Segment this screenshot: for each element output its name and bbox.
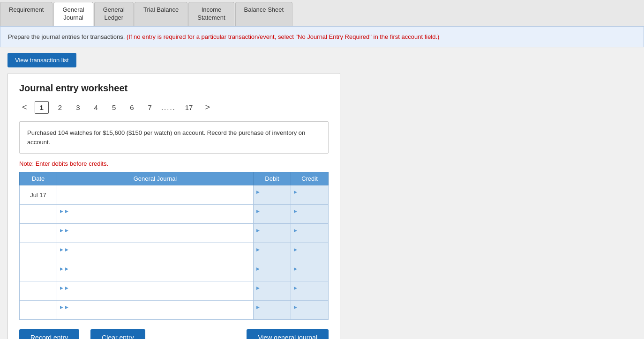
credit-input-5[interactable] — [294, 291, 325, 298]
debit-input-3[interactable] — [256, 253, 288, 260]
journal-date-cell-6 — [20, 301, 57, 320]
debit-cell-3[interactable]: ▶ — [254, 243, 291, 262]
tab-balance-sheet[interactable]: Balance Sheet — [235, 2, 293, 26]
credit-input-3[interactable] — [294, 253, 325, 260]
tab-trial-balance[interactable]: Trial Balance — [135, 2, 187, 26]
credit-input-2[interactable] — [294, 234, 325, 241]
credit-input-4[interactable] — [294, 272, 325, 279]
journal-table: Date General Journal Debit Credit Jul 17… — [19, 172, 329, 320]
col-header-credit: Credit — [291, 172, 329, 185]
credit-input-0[interactable] — [294, 195, 325, 202]
journal-date-cell-0: Jul 17 — [20, 185, 57, 205]
credit-cell-4[interactable]: ▶ — [291, 262, 329, 281]
journal-date-cell-5 — [20, 281, 57, 301]
page-4[interactable]: 4 — [90, 102, 103, 113]
view-general-journal-button[interactable]: View general journal — [247, 329, 329, 339]
debit-cell-2[interactable]: ▶ — [254, 224, 291, 243]
debit-cell-4[interactable]: ▶ — [254, 262, 291, 281]
credit-input-6[interactable] — [294, 310, 325, 317]
debit-input-5[interactable] — [256, 291, 288, 298]
note-text: Note: Enter debits before credits. — [19, 160, 329, 167]
tab-general-ledger[interactable]: GeneralLedger — [94, 2, 134, 26]
page-last[interactable]: 17 — [180, 102, 198, 113]
credit-input-1[interactable] — [294, 214, 325, 221]
page-prev-button[interactable]: < — [19, 102, 30, 113]
journal-input-5[interactable] — [60, 291, 250, 298]
journal-entry-cell-6[interactable]: ▶ — [57, 301, 254, 320]
record-entry-button[interactable]: Record entry — [19, 329, 79, 339]
page-5[interactable]: 5 — [107, 102, 120, 113]
credit-cell-5[interactable]: ▶ — [291, 281, 329, 301]
description-box: Purchased 104 watches for $15,600 ($150 … — [19, 121, 329, 154]
debit-cell-5[interactable]: ▶ — [254, 281, 291, 301]
journal-date-cell-2 — [20, 224, 57, 243]
page-7[interactable]: 7 — [143, 102, 157, 113]
tab-bar: Requirement GeneralJournal GeneralLedger… — [0, 0, 644, 26]
debit-cell-6[interactable]: ▶ — [254, 301, 291, 320]
journal-input-6[interactable] — [60, 310, 250, 317]
credit-cell-6[interactable]: ▶ — [291, 301, 329, 320]
journal-entry-cell-4[interactable]: ▶ — [57, 262, 254, 281]
credit-cell-1[interactable]: ▶ — [291, 205, 329, 224]
journal-input-4[interactable] — [60, 272, 250, 279]
debit-cell-1[interactable]: ▶ — [254, 205, 291, 224]
tab-requirement[interactable]: Requirement — [0, 2, 52, 26]
journal-entry-cell-1[interactable]: ▶ — [57, 205, 254, 224]
debit-input-6[interactable] — [256, 310, 288, 317]
page-1[interactable]: 1 — [35, 101, 49, 114]
info-banner: Prepare the journal entries for transact… — [0, 26, 644, 48]
journal-input-0[interactable] — [60, 192, 250, 199]
pagination: < 1 2 3 4 5 6 7 ..... 17 > — [19, 101, 329, 114]
page-3[interactable]: 3 — [71, 102, 84, 113]
page-2[interactable]: 2 — [53, 102, 67, 113]
worksheet-title: Journal entry worksheet — [19, 83, 329, 94]
col-header-journal: General Journal — [57, 172, 254, 185]
info-red-text: (If no entry is required for a particula… — [127, 33, 440, 40]
col-header-debit: Debit — [254, 172, 291, 185]
journal-entry-cell-5[interactable]: ▶ — [57, 281, 254, 301]
tab-income-statement[interactable]: IncomeStatement — [188, 2, 234, 26]
debit-input-0[interactable] — [256, 195, 288, 202]
journal-input-1[interactable] — [60, 214, 250, 221]
credit-cell-0[interactable]: ▶ — [291, 185, 329, 205]
description-text: Purchased 104 watches for $15,600 ($150 … — [27, 129, 305, 146]
journal-entry-cell-3[interactable]: ▶ — [57, 243, 254, 262]
journal-date-cell-4 — [20, 262, 57, 281]
info-main-text: Prepare the journal entries for transact… — [8, 33, 125, 40]
debit-cell-0[interactable]: ▶ — [254, 185, 291, 205]
tab-general-journal[interactable]: GeneralJournal — [53, 2, 93, 26]
debit-input-4[interactable] — [256, 272, 288, 279]
worksheet-container: Journal entry worksheet < 1 2 3 4 5 6 7 … — [7, 73, 340, 339]
credit-cell-2[interactable]: ▶ — [291, 224, 329, 243]
page-next-button[interactable]: > — [202, 102, 213, 113]
action-buttons: Record entry Clear entry View general jo… — [19, 329, 329, 339]
page-6[interactable]: 6 — [125, 102, 138, 113]
journal-input-3[interactable] — [60, 253, 250, 260]
debit-input-1[interactable] — [256, 214, 288, 221]
journal-date-cell-1 — [20, 205, 57, 224]
journal-input-2[interactable] — [60, 234, 250, 241]
col-header-date: Date — [20, 172, 57, 185]
journal-entry-cell-0[interactable] — [57, 185, 254, 205]
journal-entry-cell-2[interactable]: ▶ — [57, 224, 254, 243]
journal-date-cell-3 — [20, 243, 57, 262]
page-dots: ..... — [161, 103, 176, 111]
clear-entry-button[interactable]: Clear entry — [90, 329, 145, 339]
view-transaction-button[interactable]: View transaction list — [7, 53, 76, 67]
debit-input-2[interactable] — [256, 234, 288, 241]
credit-cell-3[interactable]: ▶ — [291, 243, 329, 262]
